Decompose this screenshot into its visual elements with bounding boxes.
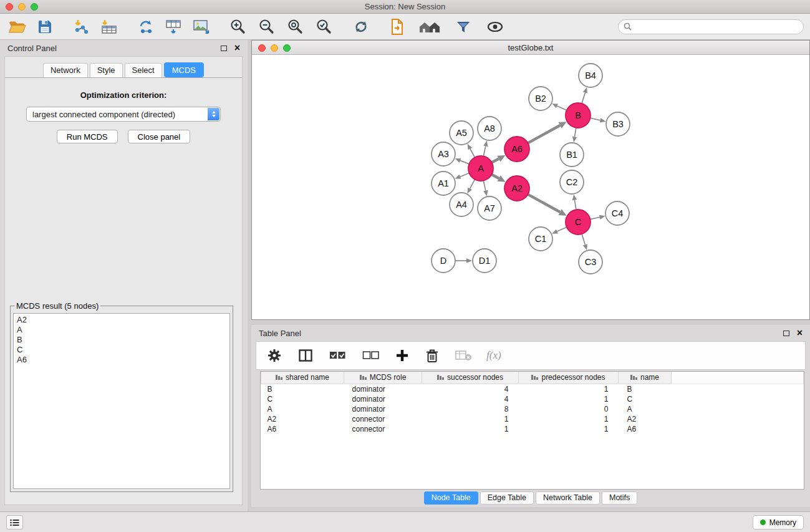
close-table-panel-icon[interactable]: × bbox=[797, 329, 803, 337]
graph-edge[interactable] bbox=[460, 160, 469, 163]
graph-edge[interactable] bbox=[591, 217, 600, 219]
close-panel-button[interactable]: Close panel bbox=[128, 130, 191, 143]
tab-select[interactable]: Select bbox=[125, 63, 162, 77]
graph-edge[interactable] bbox=[557, 106, 566, 110]
memory-button[interactable]: Memory bbox=[753, 515, 804, 530]
graph-node-A2[interactable]: A2 bbox=[504, 176, 529, 201]
tab-edge-table[interactable]: Edge Table bbox=[480, 491, 534, 505]
column-header-successor-nodes[interactable]: successor nodes bbox=[422, 372, 519, 384]
criterion-dropdown[interactable]: largest connected component (directed) bbox=[26, 107, 221, 122]
graph-edge[interactable] bbox=[528, 195, 561, 212]
float-panel-icon[interactable] bbox=[221, 46, 227, 51]
column-header-shared-name[interactable]: shared name bbox=[261, 372, 344, 384]
column-header-predecessor-nodes[interactable]: predecessor nodes bbox=[519, 372, 619, 384]
run-mcds-button[interactable]: Run MCDS bbox=[57, 130, 118, 143]
close-panel-icon[interactable]: × bbox=[234, 44, 240, 52]
graph-edge[interactable] bbox=[470, 148, 475, 157]
mcds-result-list[interactable]: A2ABCA6 bbox=[13, 313, 230, 489]
column-header-mcds-role[interactable]: MCDS role bbox=[344, 372, 422, 384]
task-history-button[interactable] bbox=[6, 515, 23, 530]
graph-edge[interactable] bbox=[460, 173, 470, 177]
zoom-network-window-button[interactable] bbox=[283, 44, 291, 52]
table-row[interactable]: A6connector11A6 bbox=[261, 424, 804, 434]
close-network-window-button[interactable] bbox=[258, 44, 266, 52]
tab-mcds[interactable]: MCDS bbox=[164, 62, 204, 77]
float-table-panel-icon[interactable] bbox=[783, 331, 789, 336]
export-network-button[interactable] bbox=[136, 17, 157, 36]
table-row[interactable]: Cdominator41C bbox=[261, 394, 804, 404]
table-row[interactable]: Adominator80A bbox=[261, 404, 804, 414]
network-graph[interactable]: B4B2BB3A5A8A6A3B1AC2A1A2A4A7C4CC1DD1C3 bbox=[252, 55, 809, 319]
graph-edge[interactable] bbox=[470, 180, 475, 189]
table-settings-button[interactable] bbox=[265, 347, 284, 364]
graph-node-D1[interactable]: D1 bbox=[473, 249, 496, 273]
graph-edge[interactable] bbox=[483, 181, 486, 191]
tab-motifs[interactable]: Motifs bbox=[602, 491, 637, 505]
network-overview-button[interactable] bbox=[417, 18, 443, 36]
zoom-out-button[interactable] bbox=[256, 17, 277, 36]
zoom-fit-button[interactable] bbox=[285, 17, 306, 36]
graph-node-A8[interactable]: A8 bbox=[478, 117, 501, 140]
graph-node-B[interactable]: B bbox=[566, 103, 591, 128]
mcds-result-item[interactable]: A bbox=[17, 325, 226, 335]
export-table-button[interactable] bbox=[163, 17, 184, 36]
graph-node-C[interactable]: C bbox=[566, 210, 591, 235]
export-image-button[interactable] bbox=[190, 17, 211, 36]
import-network-button[interactable] bbox=[71, 17, 92, 36]
graph-edge[interactable] bbox=[575, 128, 576, 137]
zoom-in-button[interactable] bbox=[228, 17, 248, 36]
delete-column-button[interactable] bbox=[423, 347, 441, 364]
mcds-result-item[interactable]: C bbox=[17, 345, 226, 355]
zoom-window-button[interactable] bbox=[31, 3, 38, 11]
show-hide-button[interactable] bbox=[484, 19, 506, 35]
graph-node-A7[interactable]: A7 bbox=[478, 196, 501, 220]
graph-node-C4[interactable]: C4 bbox=[605, 201, 629, 225]
graph-node-B2[interactable]: B2 bbox=[529, 87, 552, 110]
save-session-button[interactable] bbox=[35, 17, 55, 36]
graph-node-A5[interactable]: A5 bbox=[450, 121, 473, 145]
deselect-all-button[interactable] bbox=[360, 348, 381, 363]
delete-table-button[interactable] bbox=[453, 348, 474, 363]
refresh-view-button[interactable] bbox=[350, 17, 372, 36]
graph-edge[interactable] bbox=[582, 93, 585, 104]
zoom-selected-button[interactable] bbox=[314, 17, 334, 36]
graph-node-A3[interactable]: A3 bbox=[432, 142, 455, 166]
graph-node-B4[interactable]: B4 bbox=[579, 64, 602, 87]
tab-network-table[interactable]: Network Table bbox=[536, 491, 600, 505]
open-file-button[interactable] bbox=[6, 17, 29, 36]
graph-edge[interactable] bbox=[574, 200, 576, 210]
graph-node-C1[interactable]: C1 bbox=[529, 227, 552, 251]
graph-edge[interactable] bbox=[483, 146, 486, 156]
graph-edge[interactable] bbox=[582, 234, 585, 244]
minimize-window-button[interactable] bbox=[18, 3, 26, 11]
tab-node-table[interactable]: Node Table bbox=[424, 491, 478, 505]
search-field[interactable] bbox=[618, 19, 804, 34]
graph-node-A[interactable]: A bbox=[468, 156, 493, 181]
tab-style[interactable]: Style bbox=[90, 63, 123, 77]
session-file-button[interactable] bbox=[388, 17, 407, 37]
graph-edge[interactable] bbox=[557, 227, 566, 231]
graph-node-A6[interactable]: A6 bbox=[504, 137, 529, 162]
graph-edge[interactable] bbox=[492, 159, 499, 163]
tab-network[interactable]: Network bbox=[43, 63, 88, 77]
graph-node-D[interactable]: D bbox=[432, 249, 455, 273]
mcds-result-item[interactable]: B bbox=[17, 335, 226, 345]
search-input[interactable] bbox=[635, 22, 798, 31]
graph-node-A1[interactable]: A1 bbox=[432, 172, 455, 195]
select-all-button[interactable] bbox=[327, 348, 348, 363]
import-table-button[interactable] bbox=[99, 17, 120, 36]
table-row[interactable]: A2connector11A2 bbox=[261, 414, 804, 424]
column-header-name[interactable]: name bbox=[619, 372, 672, 384]
graph-node-C2[interactable]: C2 bbox=[560, 170, 584, 194]
close-window-button[interactable] bbox=[6, 3, 13, 11]
graph-node-B3[interactable]: B3 bbox=[606, 112, 630, 136]
function-builder-button[interactable]: f(x) bbox=[486, 349, 501, 362]
filter-button[interactable] bbox=[453, 18, 474, 36]
show-columns-button[interactable] bbox=[296, 347, 315, 364]
graph-node-C3[interactable]: C3 bbox=[579, 250, 602, 274]
graph-edge[interactable] bbox=[528, 125, 561, 143]
mcds-result-item[interactable]: A2 bbox=[17, 315, 226, 325]
graph-edge[interactable] bbox=[492, 175, 499, 178]
minimize-network-window-button[interactable] bbox=[271, 44, 278, 52]
graph-node-A4[interactable]: A4 bbox=[450, 193, 473, 216]
